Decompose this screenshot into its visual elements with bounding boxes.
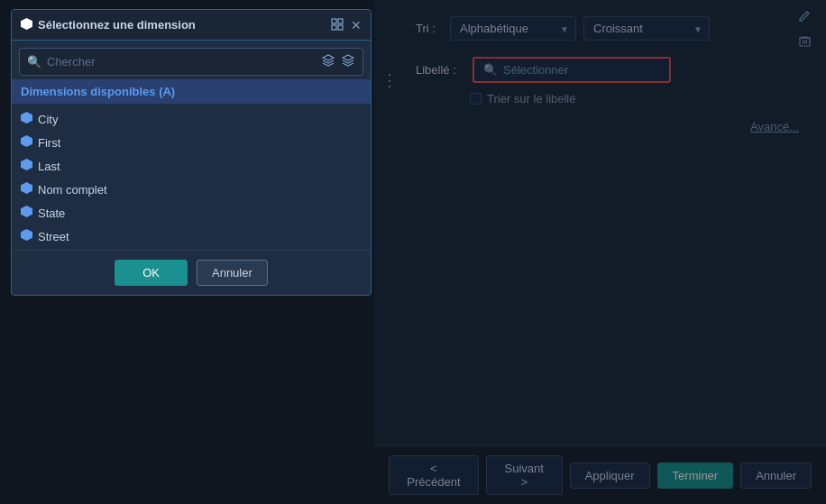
dimension-list: City First Last Nom complet State Street	[12, 105, 371, 250]
dim-item-state[interactable]: State	[12, 201, 371, 225]
modal-ok-button[interactable]: OK	[115, 260, 188, 286]
dim-cube-icon-nom	[21, 182, 32, 197]
modal-cube-icon	[21, 17, 32, 32]
svg-rect-1	[332, 19, 336, 23]
modal-header-icons: ✕	[331, 18, 362, 32]
dim-cube-icon-city	[21, 112, 32, 126]
dimensions-header: Dimensions disponibles (A)	[12, 79, 371, 104]
dim-cube-icon-last	[21, 159, 32, 173]
modal-footer: OK Annuler	[12, 250, 371, 295]
dim-item-last[interactable]: Last	[12, 154, 371, 178]
svg-rect-4	[338, 25, 343, 30]
dim-item-street[interactable]: Street	[12, 225, 371, 248]
dim-item-first[interactable]: First	[12, 131, 371, 154]
modal-search-bar: 🔍	[19, 48, 363, 76]
dim-item-label-city: City	[38, 113, 58, 126]
dim-cube-icon-street	[21, 229, 32, 243]
dim-item-label-nom: Nom complet	[38, 183, 107, 197]
modal-title: Sélectionnez une dimension	[38, 18, 196, 32]
dim-item-label-last: Last	[38, 160, 60, 173]
dim-item-nom-complet[interactable]: Nom complet	[12, 178, 371, 201]
modal-search-icon: 🔍	[27, 55, 41, 69]
svg-rect-2	[338, 19, 343, 23]
dim-cube-icon-state	[21, 206, 32, 220]
modal-cancel-button[interactable]: Annuler	[197, 260, 268, 286]
dim-item-label-state: State	[38, 206, 65, 220]
modal-search-input[interactable]	[47, 55, 316, 69]
modal-title-area: Sélectionnez une dimension	[21, 17, 196, 32]
dim-item-label-first: First	[38, 136, 60, 150]
modal-header: Sélectionnez une dimension ✕	[12, 10, 371, 41]
dim-cube-icon-first	[21, 135, 32, 150]
svg-rect-3	[332, 25, 336, 30]
select-dimension-modal: Sélectionnez une dimension ✕ 🔍	[11, 9, 372, 296]
layers-icon[interactable]	[321, 53, 335, 70]
close-button[interactable]: ✕	[351, 19, 362, 32]
dim-item-city[interactable]: City	[12, 107, 371, 131]
modal-search-right-icons	[321, 53, 355, 70]
maximize-button[interactable]	[331, 18, 344, 32]
dim-item-label-street: Street	[38, 230, 69, 243]
stack-icon[interactable]	[341, 53, 355, 70]
